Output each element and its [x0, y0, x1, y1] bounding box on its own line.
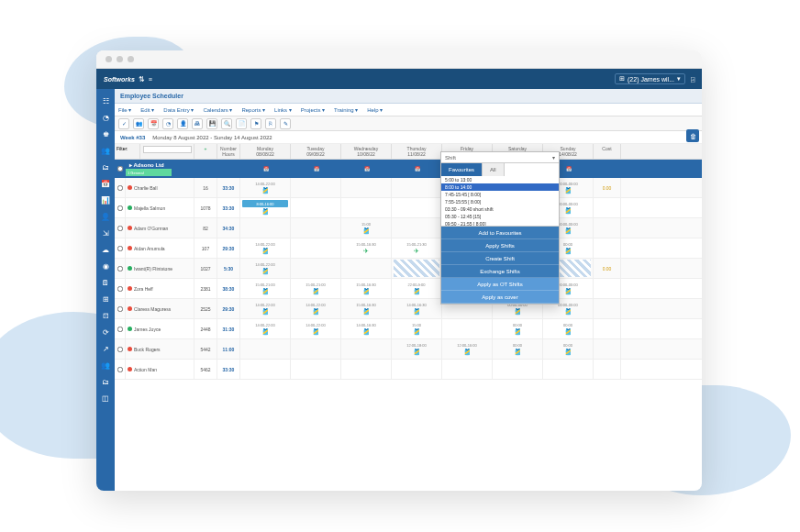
tool-clock-icon[interactable]: ◔: [162, 118, 173, 129]
employee-name[interactable]: Action Man: [126, 360, 194, 379]
day-cell[interactable]: [291, 198, 341, 217]
employee-name[interactable]: Iwant(R) Flintstone: [126, 259, 194, 278]
employee-name[interactable]: Majella Salmon: [126, 198, 194, 217]
row-check[interactable]: [115, 259, 126, 278]
employee-name[interactable]: James Joyce: [126, 319, 194, 338]
action-add-favourites[interactable]: Add to Favourites: [441, 227, 559, 239]
day-cell[interactable]: [543, 360, 594, 379]
day-cell[interactable]: [291, 259, 341, 278]
sidebar-item[interactable]: ◔: [96, 109, 115, 126]
employee-row[interactable]: Iwant(R) Flintstone10275:3014:00-22:00🎽0…: [115, 259, 702, 279]
day-cell[interactable]: [341, 178, 392, 197]
dropdown-select[interactable]: Shift ▾: [441, 152, 559, 163]
window-dot[interactable]: [117, 56, 123, 62]
row-check[interactable]: [115, 218, 126, 238]
day-cell[interactable]: [392, 218, 442, 238]
row-check[interactable]: [115, 339, 126, 359]
day-cell[interactable]: 15:00🎽: [341, 218, 392, 238]
day-cell[interactable]: 15:00-16:30🎽: [341, 299, 392, 318]
sidebar-item[interactable]: ☁: [96, 241, 115, 258]
day-cell[interactable]: 15:00-21:00🎽: [291, 279, 341, 298]
employee-row[interactable]: Zora Heff238138:3015:00-21:00🎽15:00-21:0…: [115, 279, 702, 299]
employee-name[interactable]: Zora Heff: [126, 279, 194, 298]
sidebar-item[interactable]: 🗓: [96, 274, 115, 291]
action-apply-ot[interactable]: Apply as OT Shifts: [441, 278, 559, 291]
day-cell[interactable]: [341, 339, 392, 359]
day-cell[interactable]: 00:00🎽: [493, 339, 543, 359]
day-cell[interactable]: 14:00-22:00🎽: [240, 238, 291, 258]
menu-data-entry[interactable]: Data Entry ▾: [163, 106, 194, 113]
day-cell[interactable]: 14:00-22:00🎽: [240, 299, 291, 318]
nav-arrows-icon[interactable]: ⇅: [139, 75, 145, 83]
tool-cal-icon[interactable]: 📅: [148, 118, 159, 129]
day-cell[interactable]: [291, 360, 341, 379]
day-cell[interactable]: 8:00-16:00🎽: [240, 198, 291, 217]
sidebar-item[interactable]: 🗂: [96, 373, 115, 390]
day-cell[interactable]: [341, 360, 392, 379]
day-cell[interactable]: [291, 218, 341, 238]
dropdown-option[interactable]: 8:00 to 14:00: [441, 183, 559, 191]
group-header[interactable]: ▸ Adsono Ltd 1 General 📅 📅 📅 📅 📅 📅 📅: [115, 160, 702, 178]
row-check[interactable]: [115, 319, 126, 338]
tool-user-icon[interactable]: 👤: [177, 118, 188, 129]
menu-calendars[interactable]: Calendars ▾: [203, 106, 232, 113]
sidebar-item[interactable]: ↗: [96, 340, 115, 357]
day-picker-icon[interactable]: 📅: [562, 164, 575, 173]
plus-icon[interactable]: +: [205, 146, 207, 151]
sidebar-item[interactable]: 📊: [96, 192, 115, 208]
sidebar-item[interactable]: ◉: [96, 258, 115, 274]
action-exchange-shifts[interactable]: Exchange Shifts: [441, 265, 559, 278]
day-cell[interactable]: 12:00-18:00🎽: [392, 339, 442, 359]
day-cell[interactable]: 14:00-22:00🎽: [240, 178, 291, 197]
day-cell[interactable]: 15:00-16:30✈: [341, 238, 392, 258]
day-cell[interactable]: [240, 339, 291, 359]
delete-button[interactable]: 🗑: [686, 129, 699, 142]
window-dot[interactable]: [106, 56, 112, 62]
sidebar-item[interactable]: 👥: [96, 357, 115, 373]
dropdown-options[interactable]: 5:00 to 13:008:00 to 14:007:45-15:45 [ 8…: [441, 176, 559, 227]
row-check[interactable]: [115, 360, 126, 379]
employee-name[interactable]: Charlie Ball: [126, 178, 194, 197]
employee-row[interactable]: Aidan Anumula10729:3014:00-22:00🎽15:00-1…: [115, 238, 702, 259]
day-cell[interactable]: 15:00-16:30🎽: [341, 279, 392, 298]
tool-brush-icon[interactable]: ✎: [280, 118, 291, 129]
tool-save-icon[interactable]: 💾: [206, 118, 217, 129]
tool-flag-icon[interactable]: ⚑: [250, 118, 261, 129]
day-cell[interactable]: [392, 198, 442, 217]
day-cell[interactable]: [291, 339, 341, 359]
day-cell[interactable]: [442, 360, 493, 379]
day-picker-icon[interactable]: 📅: [411, 164, 424, 173]
employee-name[interactable]: Claress Maguress: [126, 299, 194, 318]
logout-icon[interactable]: ⍈: [691, 76, 694, 83]
row-check[interactable]: [115, 178, 126, 197]
window-dot[interactable]: [128, 56, 134, 62]
tool-print-icon[interactable]: 🖶: [192, 118, 203, 129]
row-check[interactable]: [115, 279, 126, 298]
day-cell[interactable]: [392, 259, 442, 278]
menu-training[interactable]: Training ▾: [334, 106, 358, 113]
tool-doc-icon[interactable]: 📄: [236, 118, 247, 129]
tab-all[interactable]: All: [483, 163, 505, 176]
employee-row[interactable]: Majella Salmon107833:308:00-16:00🎽00:00-…: [115, 198, 702, 218]
dropdown-option[interactable]: 7:45-15:45 [ 8:00]: [441, 191, 559, 198]
tool-group-icon[interactable]: 👥: [133, 118, 144, 129]
employee-row[interactable]: Buck Rogers544211:0012:00-18:00🎽12:00-16…: [115, 339, 702, 360]
dropdown-option[interactable]: 7:55-15:55 [ 8:00]: [441, 198, 559, 205]
employee-name[interactable]: Aidan Anumula: [126, 238, 194, 258]
sidebar-item[interactable]: 👤: [96, 208, 115, 225]
menu-icon[interactable]: ≡: [149, 76, 152, 83]
day-cell[interactable]: 14:00-16:30🎽: [392, 299, 442, 318]
tool-check-icon[interactable]: ✓: [118, 118, 129, 129]
day-cell[interactable]: 14:00-22:00🎽: [240, 259, 291, 278]
dropdown-option[interactable]: 03:30 - 09:40 short shift: [441, 205, 559, 213]
day-cell[interactable]: 14:00-22:00🎽: [291, 299, 341, 318]
day-cell[interactable]: 22:00-9:00🎽: [392, 279, 442, 298]
sidebar-item[interactable]: 👥: [96, 142, 115, 159]
action-create-shift[interactable]: Create Shift: [441, 252, 559, 265]
day-cell[interactable]: 14:00-22:00🎽: [240, 319, 291, 338]
day-cell[interactable]: 14:00-16:30🎽: [341, 319, 392, 338]
menu-edit[interactable]: Edit ▾: [140, 106, 154, 113]
group-check[interactable]: [117, 166, 123, 172]
day-cell[interactable]: 00:00🎽: [543, 339, 594, 359]
dropdown-option[interactable]: 05:30 - 12:45 [15]: [441, 213, 559, 220]
